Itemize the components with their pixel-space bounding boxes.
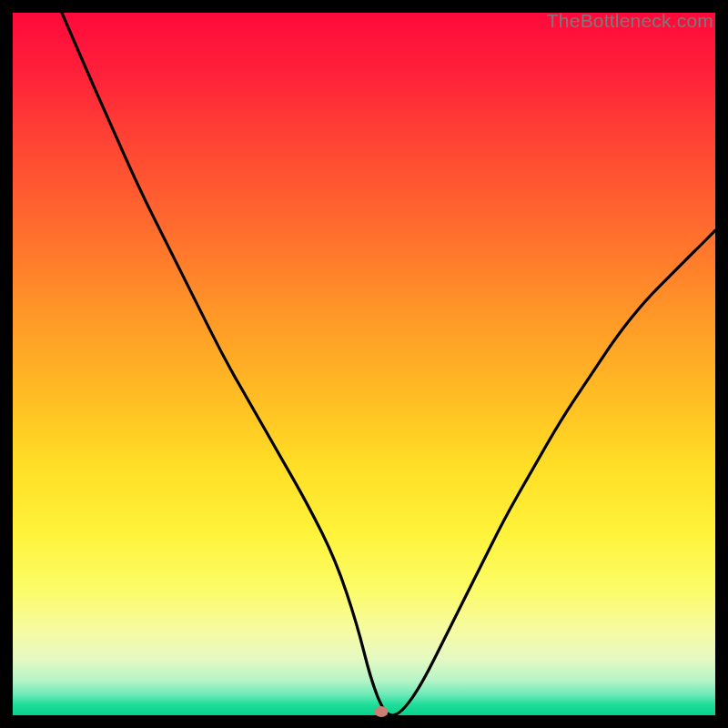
bottleneck-curve	[13, 13, 715, 715]
optimal-point-marker	[375, 706, 389, 717]
chart-frame: TheBottleneck.com	[13, 13, 715, 715]
attribution-text: TheBottleneck.com	[547, 10, 713, 32]
curve-path	[62, 13, 715, 715]
